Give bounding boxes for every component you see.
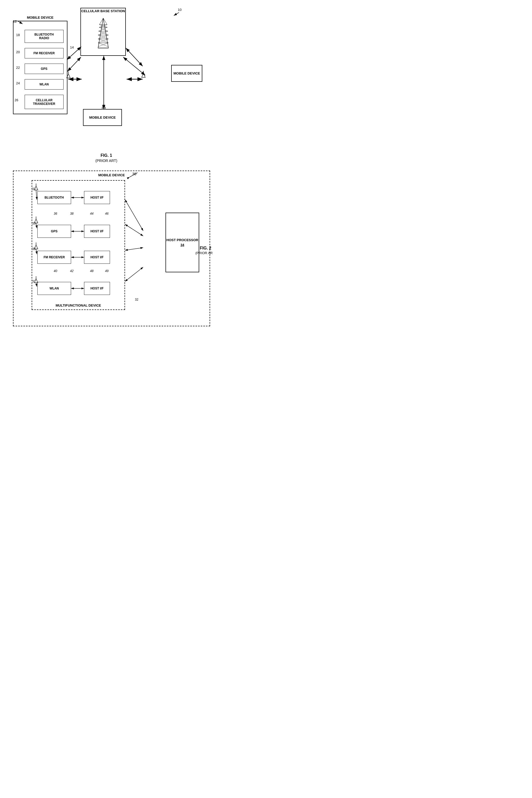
fig2-ref-31: 31: [32, 187, 36, 191]
fig2-ref-46: 46: [105, 212, 109, 216]
fig2-wrapper: 30 MOBILE DEVICE MULTIFUNCTIONAL DEVICE …: [5, 170, 213, 326]
cellular-transceiver-box: CELLULARTRANSCEIVER: [25, 95, 63, 109]
base-station-label: CELLULAR BASE STATION: [80, 9, 126, 14]
svg-line-47: [125, 200, 143, 231]
fig2-outer-box: MOBILE DEVICE MULTIFUNCTIONAL DEVICE BLU…: [13, 170, 210, 326]
mobile-device-bottom-box: MOBILE DEVICE: [83, 109, 122, 126]
host-processor-ref: 34: [180, 243, 184, 247]
ref-24: 24: [16, 81, 20, 85]
fig2-caption-block: FIG. 2 (PRIOR ART): [193, 246, 213, 255]
fig2-bluetooth-box: BLUETOOTH: [37, 191, 71, 204]
fig2-hostif3-box: HOST I/F: [84, 251, 110, 264]
fig2-fm-box: FM RECEIVER: [37, 251, 71, 264]
svg-marker-37: [141, 73, 145, 77]
fig2-ref-37: 37: [32, 279, 36, 283]
fm-receiver-box: FM RECEIVER: [25, 48, 63, 58]
ref-18: 18: [16, 33, 20, 37]
wlan-box: WLAN: [25, 79, 63, 90]
svg-line-27: [126, 48, 142, 66]
fig2-multifunctional-label: MULTIFUNCTIONAL DEVICE: [32, 304, 125, 307]
fig2-gps-box: GPS: [37, 225, 71, 238]
fig2-ref-49: 49: [105, 269, 109, 273]
fig1-diagram: 10 12 MOBILE DEVICE BLUETOOTHRADIO 18 FM…: [5, 5, 208, 150]
fig1-caption: FIG. 1: [5, 153, 208, 158]
svg-line-11: [99, 27, 108, 31]
ref-14: 14: [70, 46, 74, 49]
svg-line-26: [68, 57, 81, 71]
svg-line-50: [125, 267, 143, 282]
ref-10: 10: [178, 8, 182, 12]
tower-icon: [90, 17, 116, 51]
fig2-ref-48: 48: [90, 269, 93, 273]
fig2-ref-38: 38: [70, 212, 73, 216]
svg-line-31: [123, 57, 145, 75]
fig2-ref-35: 35: [32, 247, 36, 251]
svg-line-49: [125, 248, 143, 250]
fig2-wlan-box: WLAN: [37, 282, 71, 295]
ref-22: 22: [16, 66, 20, 70]
svg-line-12: [99, 27, 108, 31]
svg-line-48: [125, 224, 143, 236]
gps-box: GPS: [25, 64, 63, 74]
mobile-device-right-box: MOBILE DEVICE: [171, 65, 202, 82]
fig2-subtitle: (PRIOR ART): [193, 251, 213, 255]
fig2-hostif4-box: HOST I/F: [84, 282, 110, 295]
fig2-hostif2-box: HOST I/F: [84, 225, 110, 238]
ref-20: 20: [16, 50, 20, 54]
fig2-ref-42: 42: [70, 269, 73, 273]
svg-line-13: [99, 31, 109, 35]
host-processor-box: HOST PROCESSOR 34: [166, 213, 199, 272]
fig1-subcaption: (PRIOR ART): [5, 159, 208, 163]
svg-marker-35: [102, 104, 106, 108]
bluetooth-radio-box: BLUETOOTHRADIO: [25, 30, 63, 43]
fig2-mobile-label: MOBILE DEVICE: [14, 173, 210, 177]
fig2-inner-dashed-box: MULTIFUNCTIONAL DEVICE BLUETOOTH HOST I/…: [32, 180, 125, 310]
mobile-device-label: MOBILE DEVICE: [13, 16, 68, 19]
fig2-ref-36: 36: [54, 212, 57, 216]
ref-26: 26: [15, 98, 18, 102]
host-processor-label: HOST PROCESSOR: [167, 238, 198, 242]
fig2-hostif1-box: HOST I/F: [84, 191, 110, 204]
svg-line-14: [98, 31, 108, 35]
svg-line-25: [174, 13, 179, 16]
fig2-title: FIG. 2: [193, 246, 213, 251]
svg-line-32: [67, 47, 81, 60]
fig2-ref-44: 44: [90, 212, 93, 216]
fig2-ref-33: 33: [32, 222, 36, 225]
fig2-ref-32: 32: [135, 298, 138, 302]
fig2-ref-40: 40: [54, 269, 57, 273]
